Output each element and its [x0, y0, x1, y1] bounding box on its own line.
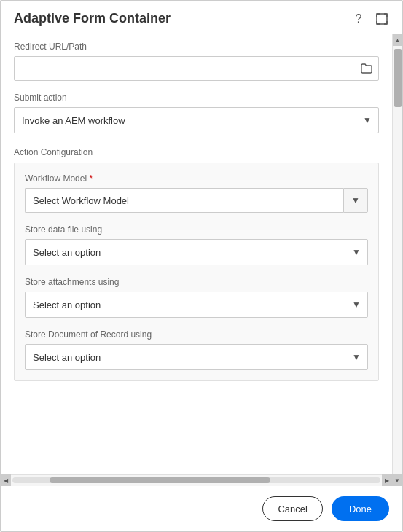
scroll-down-icon: ▼	[394, 477, 400, 484]
svg-rect-0	[377, 14, 387, 24]
store-attachments-select[interactable]: Select an option	[25, 292, 368, 318]
scroll-thumb[interactable]	[394, 49, 402, 107]
store-attachments-wrapper: Select an option ▼	[25, 292, 368, 318]
workflow-model-select[interactable]: Select Workflow Model	[25, 188, 343, 213]
store-attachments-group: Store attachments using Select an option…	[25, 277, 368, 318]
done-button[interactable]: Done	[332, 496, 389, 521]
store-data-file-group: Store data file using Select an option ▼	[25, 224, 368, 265]
horizontal-scroll-right-button[interactable]: ▶	[382, 474, 392, 486]
workflow-chevron-icon: ▼	[351, 195, 360, 206]
vertical-scrollbar[interactable]: ▲	[392, 34, 402, 474]
fullscreen-icon[interactable]	[375, 12, 389, 26]
cancel-button[interactable]: Cancel	[262, 496, 322, 521]
scroll-left-icon: ◀	[4, 477, 8, 484]
horizontal-scroll-track-inner	[12, 477, 380, 483]
store-data-file-wrapper: Select an option ▼	[25, 239, 368, 265]
store-attachments-label: Store attachments using	[25, 277, 368, 287]
workflow-model-wrapper: Select Workflow Model ▼	[25, 188, 368, 213]
modal-container: Adaptive Form Container ? Redirect URL/P…	[0, 0, 403, 532]
modal-footer: ◀ ▶ ▼ Cancel Done	[1, 474, 402, 531]
folder-browse-button[interactable]	[354, 56, 379, 81]
modal-header: Adaptive Form Container ?	[1, 1, 402, 34]
horizontal-scroll-left-button[interactable]: ◀	[1, 474, 11, 486]
redirect-url-label: Redirect URL/Path	[14, 42, 379, 52]
scroll-up-button[interactable]: ▲	[393, 34, 403, 46]
horizontal-scroll-track	[11, 474, 382, 486]
horizontal-scroll-row: ◀ ▶ ▼	[1, 474, 402, 486]
submit-action-select[interactable]: Invoke an AEM workflow	[14, 107, 379, 133]
store-document-wrapper: Select an option ▼	[25, 344, 368, 370]
store-document-group: Store Document of Record using Select an…	[25, 329, 368, 370]
redirect-url-input-wrapper	[14, 56, 379, 81]
header-icons: ?	[351, 12, 389, 26]
store-data-file-select[interactable]: Select an option	[25, 239, 368, 265]
scroll-up-icon: ▲	[395, 37, 401, 44]
action-config-group: Action Configuration Workflow Model Sele…	[14, 145, 379, 381]
action-config-label: Action Configuration	[14, 147, 93, 157]
modal-title: Adaptive Form Container	[14, 11, 171, 26]
submit-action-wrapper: Invoke an AEM workflow ▼	[14, 107, 379, 133]
workflow-model-chevron-button[interactable]: ▼	[343, 188, 368, 213]
modal-content: Redirect URL/Path Submit action Invoke a…	[1, 34, 392, 474]
scroll-right-icon: ▶	[385, 477, 389, 484]
footer-buttons: Cancel Done	[1, 486, 402, 531]
modal-body: Redirect URL/Path Submit action Invoke a…	[1, 34, 402, 474]
store-data-file-label: Store data file using	[25, 224, 368, 235]
submit-action-label: Submit action	[14, 93, 379, 103]
workflow-model-group: Workflow Model Select Workflow Model ▼	[25, 173, 368, 213]
horizontal-scroll-thumb[interactable]	[50, 477, 270, 483]
store-document-select[interactable]: Select an option	[25, 344, 368, 370]
redirect-url-group: Redirect URL/Path	[14, 42, 379, 81]
store-document-label: Store Document of Record using	[25, 329, 368, 340]
submit-action-group: Submit action Invoke an AEM workflow ▼	[14, 93, 379, 133]
redirect-url-input[interactable]	[14, 56, 379, 81]
workflow-model-label: Workflow Model	[25, 173, 368, 184]
help-icon[interactable]: ?	[351, 12, 366, 26]
action-config-section: Workflow Model Select Workflow Model ▼	[14, 163, 379, 381]
vertical-scroll-down-button[interactable]: ▼	[392, 474, 402, 486]
